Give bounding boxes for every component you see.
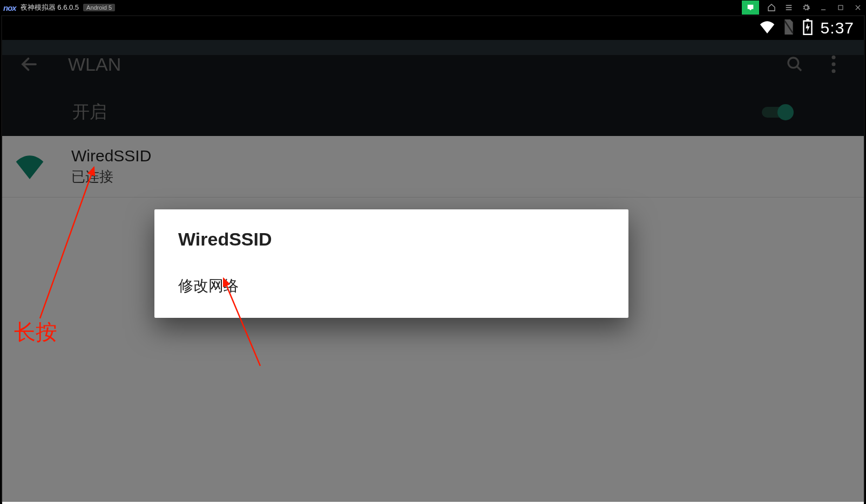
sim-icon bbox=[783, 19, 795, 37]
modify-network-item[interactable]: 修改网络 bbox=[178, 273, 605, 299]
svg-rect-2 bbox=[806, 19, 809, 21]
emulator-frame: 5:37 WLAN 开启 WiredSSID bbox=[1, 15, 865, 503]
android-statusbar: 5:37 bbox=[2, 16, 864, 40]
gear-icon[interactable] bbox=[801, 3, 811, 12]
minimize-button[interactable] bbox=[818, 3, 828, 12]
maximize-button[interactable] bbox=[836, 3, 845, 12]
android-badge: Android 5 bbox=[83, 4, 115, 11]
window-title: 夜神模拟器 6.6.0.5 bbox=[21, 3, 79, 12]
wifi-context-dialog: WiredSSID 修改网络 bbox=[154, 209, 628, 318]
annotation-longpress-label: 长按 bbox=[14, 317, 57, 347]
menu-icon[interactable] bbox=[784, 3, 794, 12]
nox-logo: nox bbox=[3, 3, 16, 12]
window-controls bbox=[742, 1, 863, 15]
battery-icon bbox=[802, 19, 813, 37]
dialog-title: WiredSSID bbox=[178, 229, 605, 250]
svg-rect-0 bbox=[838, 5, 843, 10]
close-button[interactable] bbox=[853, 3, 863, 12]
status-time: 5:37 bbox=[821, 19, 854, 37]
notification-button[interactable] bbox=[742, 1, 759, 15]
window-titlebar: nox 夜神模拟器 6.6.0.5 Android 5 bbox=[0, 0, 866, 15]
home-icon[interactable] bbox=[767, 3, 776, 12]
wifi-icon bbox=[759, 21, 775, 36]
